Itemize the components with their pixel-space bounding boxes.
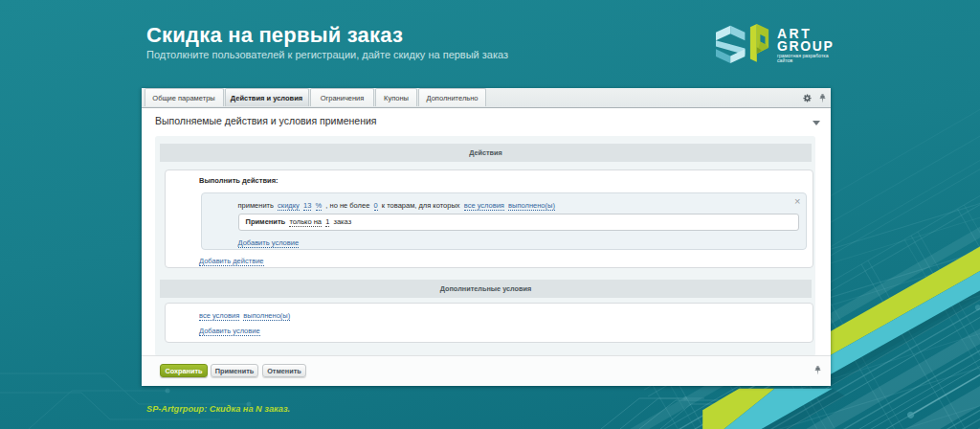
svg-text:сайтов: сайтов [777, 57, 793, 63]
svg-text:GROUP: GROUP [777, 38, 834, 54]
